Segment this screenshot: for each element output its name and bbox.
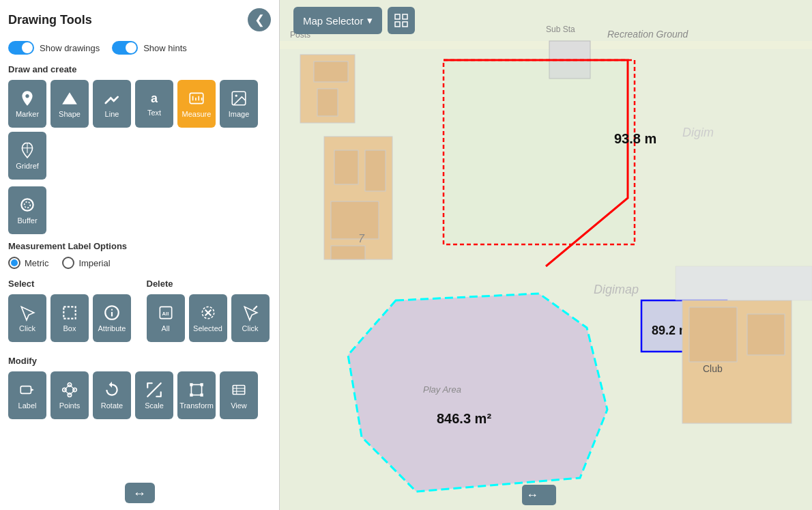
measurement-title: Measurement Label Options <box>8 241 271 251</box>
buffer-icon <box>18 196 36 214</box>
svg-rect-49 <box>334 150 358 184</box>
map-panel: Map Selector ▾ 7 <box>280 0 812 510</box>
line-icon <box>103 89 121 107</box>
label-tool-button[interactable]: Label <box>8 371 46 419</box>
select-attribute-label: Attribute <box>98 324 126 332</box>
scale-label: Scale <box>145 401 164 410</box>
svg-rect-46 <box>314 61 348 82</box>
map-selector-label: Map Selector <box>303 15 363 27</box>
delete-all-button[interactable]: All All <box>147 294 185 342</box>
modify-title: Modify <box>8 356 271 366</box>
grid-button[interactable] <box>388 7 415 34</box>
digimap-label-2: Digim <box>682 126 714 139</box>
buffer-label: Buffer <box>17 216 37 225</box>
svg-rect-50 <box>365 150 386 191</box>
points-tool-button[interactable]: Points <box>50 371 89 419</box>
draw-section-title: Draw and create <box>8 64 271 74</box>
collapse-button[interactable]: ❮ <box>248 8 271 31</box>
select-box-button[interactable]: Box <box>50 294 89 342</box>
svg-rect-33 <box>190 393 192 396</box>
measurement-93: 93.8 m <box>614 131 656 146</box>
select-click-button[interactable]: Click <box>8 294 46 342</box>
show-drawings-toggle[interactable] <box>8 41 34 55</box>
svg-point-9 <box>21 199 33 210</box>
panel-header: Drawing Tools ❮ <box>8 8 271 31</box>
gridref-label: Gridref <box>16 162 39 170</box>
gridref-tool-button[interactable]: Gridref <box>8 132 46 180</box>
play-area-label: Play Area <box>423 384 461 395</box>
svg-rect-41 <box>395 22 400 27</box>
svg-rect-40 <box>403 14 407 19</box>
image-icon <box>230 89 248 107</box>
svg-rect-60 <box>747 314 785 355</box>
bottom-arrow: ↔ <box>526 488 538 502</box>
svg-point-14 <box>111 309 113 311</box>
metric-radio[interactable] <box>8 257 20 269</box>
text-tool-button[interactable]: a Text <box>135 80 173 128</box>
imperial-radio[interactable] <box>62 257 74 269</box>
buffer-grid: Buffer <box>8 186 271 234</box>
marker-tool-button[interactable]: Marker <box>8 80 46 128</box>
delete-all-label: All <box>161 324 169 332</box>
radio-group: Metric Imperial <box>8 257 271 269</box>
shape-icon <box>61 89 78 107</box>
svg-rect-11 <box>63 307 75 318</box>
recreation-ground-label: Recreation Ground <box>607 29 689 40</box>
select-click-label: Click <box>19 324 35 332</box>
map-selector-arrow: ▾ <box>367 14 373 27</box>
map-selector-button[interactable]: Map Selector ▾ <box>293 7 382 34</box>
show-drawings-label: Show drawings <box>40 43 100 53</box>
line-label: Line <box>105 110 119 118</box>
measure-icon <box>188 89 205 107</box>
view-icon <box>230 381 248 399</box>
map-toolbar: Map Selector ▾ <box>293 7 415 34</box>
marker-icon <box>18 89 36 107</box>
modify-section: Modify Label Points Rotate Scale <box>8 356 271 419</box>
svg-rect-61 <box>676 266 812 300</box>
marker-label: Marker <box>16 110 39 118</box>
rotate-icon <box>103 381 121 399</box>
transform-icon <box>188 381 205 399</box>
svg-line-28 <box>70 390 75 395</box>
transform-label: Transform <box>179 401 214 410</box>
box-icon <box>61 304 78 322</box>
map-svg: 7 93.8 m 89.2 m² Play Area 846.3 m² Club… <box>280 0 812 510</box>
scale-icon <box>145 381 163 399</box>
text-label: Text <box>147 109 161 117</box>
show-hints-toggle[interactable] <box>112 41 138 55</box>
measurement-846: 846.3 m² <box>437 411 491 426</box>
svg-rect-34 <box>200 393 203 396</box>
substa-label: Sub Sta <box>546 25 575 34</box>
select-box-label: Box <box>63 324 76 332</box>
line-tool-button[interactable]: Line <box>93 80 131 128</box>
svg-rect-30 <box>191 384 201 395</box>
svg-line-29 <box>64 390 70 395</box>
drawing-tools-panel: Drawing Tools ❮ Show drawings Show hints… <box>0 0 280 510</box>
imperial-option[interactable]: Imperial <box>62 257 110 269</box>
imperial-label: Imperial <box>78 258 110 268</box>
delete-selected-icon <box>199 304 217 322</box>
transform-tool-button[interactable]: Transform <box>177 371 216 419</box>
select-attribute-button[interactable]: Attribute <box>93 294 131 342</box>
measurement-options: Measurement Label Options Metric Imperia… <box>8 241 271 269</box>
select-tools-grid: Click Box Attribute <box>8 294 133 342</box>
delete-selected-label: Selected <box>193 324 222 332</box>
select-section: Select Click Box Attribute <box>8 279 133 349</box>
svg-line-20 <box>253 306 257 309</box>
view-tool-button[interactable]: View <box>220 371 258 419</box>
delete-selected-button[interactable]: Selected <box>189 294 227 342</box>
shape-tool-button[interactable]: Shape <box>50 80 89 128</box>
rotate-tool-button[interactable]: Rotate <box>93 371 131 419</box>
image-tool-button[interactable]: Image <box>220 80 258 128</box>
metric-option[interactable]: Metric <box>8 257 48 269</box>
bottom-arrow-icon: ↔ <box>125 483 155 503</box>
scale-tool-button[interactable]: Scale <box>135 371 173 419</box>
measure-tool-button[interactable]: Measure <box>177 80 216 128</box>
buffer-tool-button[interactable]: Buffer <box>8 186 46 234</box>
svg-rect-42 <box>403 22 407 27</box>
delete-click-button[interactable]: Click <box>231 294 270 342</box>
svg-rect-52 <box>331 246 365 259</box>
svg-line-27 <box>70 384 75 390</box>
label-icon <box>18 381 36 399</box>
rotate-label: Rotate <box>101 401 123 410</box>
